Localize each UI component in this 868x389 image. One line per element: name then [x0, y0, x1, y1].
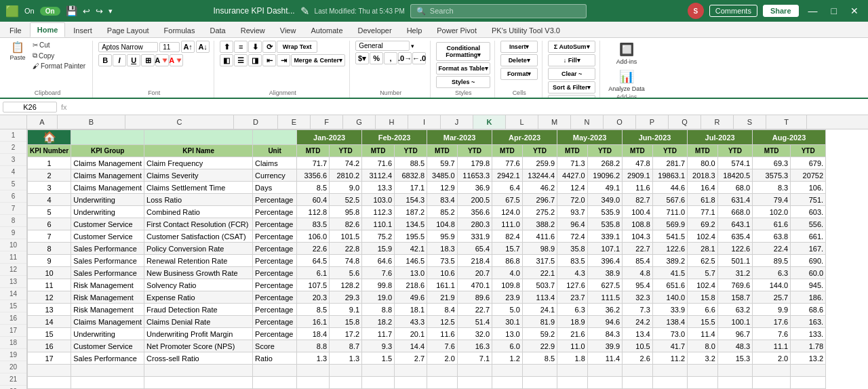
col-D[interactable]: D	[234, 115, 278, 129]
cell-row19-data15[interactable]: 13.2	[791, 352, 826, 365]
cell-row11-data1[interactable]: 74.8	[330, 255, 362, 267]
cell-row6-data3[interactable]: 154.3	[395, 194, 427, 206]
undo-icon[interactable]: ↩	[83, 6, 90, 16]
tab-home[interactable]: Home	[30, 22, 66, 37]
cell-row3-col1[interactable]: Claims Management	[71, 157, 144, 169]
cell-row11-data13[interactable]: 501.1	[717, 255, 752, 267]
cell-row18-col3[interactable]: Score	[253, 340, 297, 352]
empty-cell-20-15[interactable]	[652, 365, 687, 377]
search-box[interactable]: 🔍 Search	[410, 4, 587, 18]
cell-row3-data10[interactable]: 47.8	[623, 157, 653, 169]
cell-row14-data13[interactable]: 158.7	[717, 291, 752, 304]
cell-row11-data6[interactable]: 86.8	[492, 255, 523, 267]
cell-row13-col0[interactable]: 11	[28, 279, 71, 291]
col-Q[interactable]: Q	[669, 115, 701, 129]
cell-row9-data5[interactable]: 331.9	[457, 230, 492, 243]
cell-row4-data1[interactable]: 2810.2	[330, 169, 362, 182]
cell-row18-col0[interactable]: 16	[28, 340, 71, 352]
cell-row13-data7[interactable]: 503.7	[522, 279, 557, 291]
empty-cell-21-16[interactable]	[688, 377, 718, 389]
cell-row17-data1[interactable]: 17.2	[330, 328, 362, 340]
tab-file[interactable]: File	[3, 24, 28, 37]
cell-row16-col1[interactable]: Claims Management	[71, 316, 144, 328]
number-format-input[interactable]	[355, 41, 410, 51]
cell-row6-data0[interactable]: 60.4	[297, 194, 330, 206]
sort-filter-button[interactable]: Sort & Filter▾	[548, 81, 595, 94]
cell-row5-data4[interactable]: 12.9	[427, 182, 458, 194]
empty-cell-21-9[interactable]	[457, 377, 492, 389]
border-button[interactable]: ⊞	[141, 54, 155, 66]
cell-row11-data0[interactable]: 64.5	[297, 255, 330, 267]
cell-row9-data8[interactable]: 72.4	[557, 230, 588, 243]
empty-cell-20-13[interactable]	[587, 365, 622, 377]
cell-row13-col3[interactable]: Percentage	[253, 279, 297, 291]
cell-row19-data6[interactable]: 1.2	[492, 352, 523, 365]
cell-row7-data8[interactable]: 93.7	[557, 206, 588, 218]
cell-row4-data0[interactable]: 3356.6	[297, 169, 330, 182]
cell-row12-data4[interactable]: 10.6	[427, 267, 458, 279]
cell-row9-data2[interactable]: 75.2	[362, 230, 395, 243]
cell-row14-col3[interactable]: Percentage	[253, 291, 297, 304]
cell-row13-col1[interactable]: Risk Management	[71, 279, 144, 291]
cell-row13-data12[interactable]: 102.4	[688, 279, 718, 291]
row-10[interactable]: 10	[0, 239, 26, 251]
cell-row10-data6[interactable]: 15.7	[492, 243, 523, 255]
cell-row16-data4[interactable]: 12.5	[427, 316, 458, 328]
bold-button[interactable]: B	[98, 54, 112, 66]
row-21[interactable]: 21	[0, 373, 26, 386]
cell-row9-data6[interactable]: 82.4	[492, 230, 523, 243]
jan-header[interactable]: Jan-2023	[297, 130, 362, 145]
col-O[interactable]: O	[604, 115, 636, 129]
name-box[interactable]: K26	[3, 102, 57, 112]
cell-row11-data11[interactable]: 389.2	[652, 255, 687, 267]
cell-row4-data4[interactable]: 3485.0	[427, 169, 458, 182]
cell-row5-data9[interactable]: 49.1	[587, 182, 622, 194]
ytd-h[interactable]: YTD	[395, 145, 427, 157]
cell-row9-data13[interactable]: 635.4	[717, 230, 752, 243]
cell-row10-col0[interactable]: 8	[28, 243, 71, 255]
cell-row18-data11[interactable]: 41.7	[652, 340, 687, 352]
cell-row12-data9[interactable]: 38.9	[587, 267, 622, 279]
cell-row11-data4[interactable]: 73.5	[427, 255, 458, 267]
align-bottom-button[interactable]: ⬇	[248, 41, 262, 53]
autosum-button[interactable]: Σ AutoSum▾	[548, 41, 595, 53]
cell-row17-data10[interactable]: 13.4	[623, 328, 653, 340]
mtd-q[interactable]: MTD	[688, 145, 718, 157]
col-J[interactable]: J	[441, 115, 473, 129]
cell-row13-col2[interactable]: Solvency Ratio	[144, 279, 253, 291]
cell-row15-data2[interactable]: 8.8	[362, 304, 395, 316]
cell-row7-data7[interactable]: 275.2	[522, 206, 557, 218]
cell-row17-data7[interactable]: 59.2	[522, 328, 557, 340]
cell-row5-data6[interactable]: 6.4	[492, 182, 523, 194]
cell-row6-data8[interactable]: 72.0	[557, 194, 588, 206]
tab-data[interactable]: Data	[203, 24, 232, 37]
row-3[interactable]: 3	[0, 154, 26, 166]
cell-row4-col2[interactable]: Claims Severity	[144, 169, 253, 182]
cell-row5-data13[interactable]: 68.0	[717, 182, 752, 194]
cell-row5-data2[interactable]: 13.3	[362, 182, 395, 194]
mtd-o[interactable]: MTD	[623, 145, 653, 157]
fill-color-button[interactable]: A🔻	[155, 54, 169, 66]
cell-row4-data10[interactable]: 2909.1	[623, 169, 653, 182]
cell-row14-col0[interactable]: 12	[28, 291, 71, 304]
tab-review[interactable]: Review	[234, 24, 272, 37]
cell-row10-data3[interactable]: 42.1	[395, 243, 427, 255]
cell-row13-data13[interactable]: 769.6	[717, 279, 752, 291]
cell-row16-col0[interactable]: 14	[28, 316, 71, 328]
empty-cell-20-8[interactable]	[427, 365, 458, 377]
cell-row4-data5[interactable]: 11653.3	[457, 169, 492, 182]
cell-row7-col0[interactable]: 5	[28, 206, 71, 218]
cell-row8-data2[interactable]: 110.1	[362, 218, 395, 230]
row-17[interactable]: 17	[0, 325, 26, 337]
cell-row9-data0[interactable]: 106.0	[297, 230, 330, 243]
align-right-button[interactable]: ◨	[248, 54, 262, 66]
cell-row17-data6[interactable]: 13.0	[492, 328, 523, 340]
cell-row10-data2[interactable]: 15.9	[362, 243, 395, 255]
number-format-arrow[interactable]: ▾	[411, 43, 414, 49]
cell-row7-data14[interactable]: 102.0	[753, 206, 791, 218]
cell-row12-data12[interactable]: 5.7	[688, 267, 718, 279]
cell-row17-data4[interactable]: 11.6	[427, 328, 458, 340]
ytd-j[interactable]: YTD	[457, 145, 492, 157]
cell-row7-data12[interactable]: 77.1	[688, 206, 718, 218]
comments-button[interactable]: Comments	[709, 5, 757, 17]
